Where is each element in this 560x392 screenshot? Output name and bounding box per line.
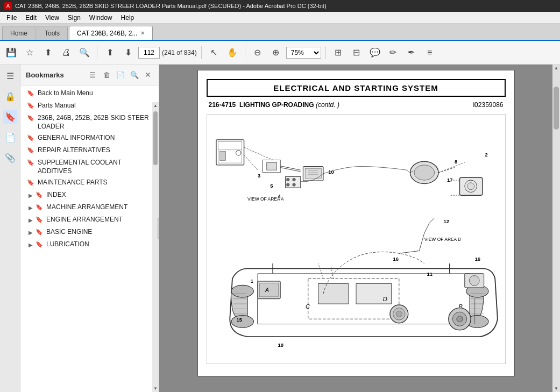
sidebar-collapse-button[interactable]: ◀	[158, 218, 159, 239]
svg-text:15: 15	[236, 317, 242, 323]
hand-tool-button[interactable]: ✋	[224, 45, 240, 61]
bookmark-label-3: GENERAL INFORMATION	[38, 134, 115, 142]
sidebar-menu-icon[interactable]: ☰	[87, 69, 98, 81]
bookmark-item-general[interactable]: 🔖 GENERAL INFORMATION	[20, 132, 159, 145]
bookmark-item-index[interactable]: ▶ 🔖 INDEX	[20, 189, 159, 202]
bookmarks-list: 🔖 Back to Main Menu 🔖 Parts Manual 🔖 236…	[20, 85, 159, 392]
bookmark-icon-10: 🔖	[36, 229, 43, 237]
bookmark-label-1: Parts Manual	[38, 102, 76, 110]
bookmark-item-engine[interactable]: ▶ 🔖 ENGINE ARRANGEMENT	[20, 214, 159, 226]
panel-expand-icon[interactable]: ☰	[3, 69, 17, 83]
scroll-thumb-vertical[interactable]	[554, 87, 559, 130]
menu-sign[interactable]: Sign	[63, 13, 85, 23]
svg-point-61	[292, 183, 295, 187]
vertical-scrollbar[interactable]: ▲ ▼	[552, 65, 560, 392]
comment-button[interactable]: ✏	[385, 45, 401, 61]
bookmark-icon-4: 🔖	[27, 147, 34, 155]
sidebar-add-icon[interactable]: 📄	[115, 69, 126, 81]
bookmark-label-9: ENGINE ARRANGEMENT	[46, 216, 123, 224]
menu-edit[interactable]: Edit	[21, 13, 41, 23]
fit-page-button[interactable]: ⊞	[330, 45, 346, 61]
bookmark-item-back-to-main[interactable]: 🔖 Back to Main Menu	[20, 88, 159, 100]
expand-icon-11[interactable]: ▶	[27, 240, 34, 249]
bookmark-button[interactable]: ☆	[22, 45, 38, 61]
svg-text:11: 11	[427, 272, 432, 277]
bookmark-item-maintenance[interactable]: 🔖 MAINTENANCE PARTS	[20, 177, 159, 189]
bookmark-item-loader[interactable]: 🔖 236B, 246B, 252B, 262B SKID STEER LOAD…	[20, 112, 159, 132]
sidebar-header: Bookmarks ☰ 🗑 📄 🔍 ✕	[20, 65, 159, 85]
expand-icon-10[interactable]: ▶	[27, 228, 34, 237]
prev-page-button[interactable]: ⬆	[102, 45, 118, 61]
svg-rect-42	[259, 283, 278, 297]
svg-rect-12	[266, 162, 277, 170]
bookmark-icon-11: 🔖	[36, 241, 43, 250]
tab-document[interactable]: CAT 236B, 246B, 2... ✕	[69, 26, 153, 40]
bookmark-icon-2: 🔖	[27, 115, 34, 123]
bookmark-item-repair[interactable]: 🔖 REPAIR ALTERNATIVES	[20, 145, 159, 157]
bookmark-item-machine[interactable]: ▶ 🔖 MACHINE ARRANGEMENT	[20, 202, 159, 214]
expand-icon-7[interactable]: ▶	[27, 191, 34, 199]
next-page-button[interactable]: ⬇	[120, 45, 136, 61]
tab-tools[interactable]: Tools	[37, 26, 68, 40]
panel-lock-icon[interactable]: 🔒	[3, 89, 17, 103]
left-panel: ☰ 🔒 🔖 📄 📎	[0, 65, 20, 392]
sidebar-find-icon[interactable]: 🔍	[129, 69, 140, 81]
sidebar-close-button[interactable]: ✕	[143, 69, 153, 80]
bookmark-label-11: LUBRICATION	[46, 240, 89, 249]
svg-text:1: 1	[250, 279, 253, 284]
cursor-tool-button[interactable]: ↖	[206, 45, 222, 61]
save-button[interactable]: 💾	[3, 45, 19, 61]
panel-attach-icon[interactable]: 📎	[3, 151, 17, 165]
more-button[interactable]: ≡	[422, 45, 438, 61]
menu-window[interactable]: Window	[85, 13, 117, 23]
document-part-number: 216-4715 LIGHTING GP-ROADING (contd. )	[209, 101, 339, 109]
svg-text:18: 18	[278, 343, 283, 348]
bookmark-icon-9: 🔖	[36, 216, 43, 225]
zoom-out-button[interactable]: ⊖	[250, 45, 266, 61]
search-button[interactable]: 🔍	[76, 45, 93, 61]
sidebar-delete-icon[interactable]: 🗑	[101, 69, 112, 81]
zoom-select[interactable]: 75% 50% 100% 125% 150%	[286, 47, 321, 59]
bookmark-icon-3: 🔖	[27, 134, 34, 143]
upload-button[interactable]: ⬆	[40, 45, 56, 61]
scroll-up-arrow[interactable]: ▲	[153, 103, 158, 108]
toolbar-separator-1	[97, 46, 97, 59]
scroll-down-arrow[interactable]: ▼	[554, 386, 558, 392]
scroll-down-arrow[interactable]: ▼	[153, 386, 158, 391]
bookmark-label-6: MAINTENANCE PARTS	[38, 179, 108, 187]
bookmark-item-parts-manual[interactable]: 🔖 Parts Manual	[20, 100, 159, 112]
bookmark-item-basic-engine[interactable]: ▶ 🔖 BASIC ENGINE	[20, 226, 159, 239]
bookmark-icon-5: 🔖	[27, 159, 34, 168]
zoom-in-button[interactable]: ⊕	[268, 45, 284, 61]
annotation-button[interactable]: 💬	[367, 45, 383, 61]
bookmark-item-supplemental[interactable]: 🔖 SUPPLEMENTAL COOLANT ADDITIVES	[20, 157, 159, 177]
svg-point-34	[231, 285, 253, 297]
tab-bar: Home Tools CAT 236B, 246B, 2... ✕	[0, 24, 560, 41]
tab-home[interactable]: Home	[2, 26, 36, 40]
sidebar-scrollbar[interactable]: ▲ ▼	[152, 102, 159, 392]
svg-text:16: 16	[393, 256, 398, 262]
view-area-b-label: VIEW OF AREA B	[424, 237, 460, 242]
bookmark-label-8: MACHINE ARRANGEMENT	[46, 203, 127, 212]
bookmark-label-7: INDEX	[46, 191, 66, 199]
sign-button[interactable]: ✒	[403, 45, 420, 61]
tab-close-icon[interactable]: ✕	[140, 30, 145, 36]
menu-view[interactable]: View	[41, 13, 63, 23]
panel-bookmark-icon[interactable]: 🔖	[3, 110, 17, 124]
scroll-up-arrow[interactable]: ▲	[554, 65, 558, 70]
expand-icon-8[interactable]: ▶	[27, 203, 34, 212]
expand-icon-9[interactable]: ▶	[27, 216, 34, 224]
bookmark-icon-0: 🔖	[27, 90, 34, 98]
panel-page-icon[interactable]: 📄	[3, 130, 17, 144]
menu-help[interactable]: Help	[117, 13, 139, 23]
svg-point-64	[396, 311, 402, 317]
menu-bar: File Edit View Sign Window Help	[0, 12, 560, 24]
bookmark-item-lubrication[interactable]: ▶ 🔖 LUBRICATION	[20, 239, 159, 251]
svg-text:4: 4	[278, 194, 281, 199]
menu-file[interactable]: File	[2, 13, 21, 23]
fit-width-button[interactable]: ⊟	[349, 45, 365, 61]
document-content[interactable]: ELECTRICAL AND STARTING SYSTEM 216-4715 …	[159, 65, 552, 392]
print-button[interactable]: 🖨	[58, 45, 74, 61]
bookmark-label-0: Back to Main Menu	[38, 89, 93, 98]
page-number-input[interactable]	[138, 47, 160, 59]
